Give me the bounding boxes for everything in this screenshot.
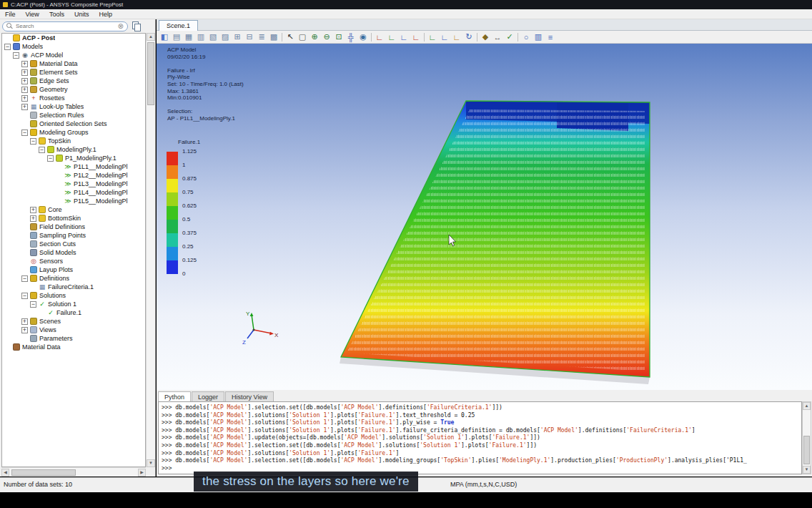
tree-item-p1-modelingply-1[interactable]: −P1_ModelingPly.1: [2, 154, 145, 162]
tree-item-models[interactable]: −Models: [2, 42, 145, 51]
tree-item-core[interactable]: +Core: [2, 205, 145, 214]
collapse-icon[interactable]: −: [4, 44, 11, 50]
expand-icon[interactable]: +: [21, 69, 28, 76]
search-model-icon[interactable]: ○: [520, 31, 532, 43]
expand-icon[interactable]: +: [30, 215, 36, 222]
collapse-icon[interactable]: −: [21, 275, 28, 282]
console-tab-history-view[interactable]: History View: [225, 391, 274, 401]
lock-view-icon[interactable]: ◆: [480, 31, 491, 43]
scroll-left-icon[interactable]: ◀: [1, 469, 9, 477]
measure-icon[interactable]: ↔: [492, 31, 503, 43]
tree-item-failure-1[interactable]: ✓Failure.1: [2, 308, 145, 317]
tree-item-element-sets[interactable]: +Element Sets: [2, 68, 145, 77]
expand-icon[interactable]: +: [21, 95, 28, 102]
tree-horizontal-scrollbar[interactable]: ◀ ▶: [1, 467, 146, 477]
tree-item-edge-sets[interactable]: +Edge Sets: [2, 77, 145, 85]
tree-item-material-data[interactable]: Material Data: [2, 343, 145, 351]
tree-item-acp-model[interactable]: −◉ACP Model: [2, 51, 145, 59]
clear-search-icon[interactable]: ⊗: [118, 23, 124, 30]
menu-help[interactable]: Help: [94, 11, 117, 18]
search-box[interactable]: ⊗: [2, 21, 128, 31]
tree-item-p1l3-modelingpl[interactable]: ≫P1L3__ModelingPl: [2, 180, 145, 188]
tree-item-scenes[interactable]: +Scenes: [2, 317, 145, 326]
view-right-icon[interactable]: ∟: [410, 31, 422, 43]
legend-toggle-icon[interactable]: ▥: [533, 31, 544, 43]
select-arrow-icon[interactable]: ↖: [284, 31, 296, 43]
tree-item-bottomskin[interactable]: +BottomSkin: [2, 214, 145, 223]
expand-icon[interactable]: +: [21, 104, 28, 110]
new-table-icon[interactable]: ▤: [171, 31, 182, 43]
tree-item-oriented-selection-sets[interactable]: Oriented Selection Sets: [2, 119, 145, 128]
view-iso-icon[interactable]: ∟: [451, 31, 462, 43]
table-grid-icon[interactable]: ▦: [183, 31, 194, 43]
scroll-up-icon[interactable]: ▲: [147, 33, 155, 41]
console-tab-logger[interactable]: Logger: [192, 391, 224, 401]
tree-item-failurecriteria-1[interactable]: ▦FailureCriteria.1: [2, 283, 145, 291]
probe-values-icon[interactable]: ✓: [504, 31, 515, 43]
tree-item-views[interactable]: +Views: [2, 326, 145, 334]
collapse-icon[interactable]: −: [13, 52, 19, 59]
scroll-right-icon[interactable]: ▶: [138, 469, 146, 477]
tree-item-selection-rules[interactable]: Selection Rules: [2, 111, 145, 119]
view-left-icon[interactable]: ∟: [398, 31, 410, 43]
fit-view-icon[interactable]: ╬: [345, 31, 357, 43]
tree-item-solution-1[interactable]: −✓Solution 1: [2, 300, 145, 308]
tree-item-p1l1-modelingpl[interactable]: ≫P1L1__ModelingPl: [2, 162, 145, 171]
tree-item-definitions[interactable]: −Definitions: [2, 274, 145, 283]
tree-item-topskin[interactable]: −TopSkin: [2, 137, 145, 145]
view-top-icon[interactable]: ∟: [427, 31, 438, 43]
tree-item-geometry[interactable]: +Geometry: [2, 85, 145, 94]
scrollbar-thumb[interactable]: [147, 42, 154, 105]
expand-icon[interactable]: +: [21, 87, 28, 93]
tree-item-p1l5-modelingpl[interactable]: ≫P1L5__ModelingPl: [2, 197, 145, 205]
expand-icon[interactable]: +: [21, 61, 28, 67]
grid-remove-icon[interactable]: ⊟: [244, 31, 255, 43]
tab-scene-1[interactable]: Scene.1: [159, 20, 198, 31]
tree-item-layup-plots[interactable]: Layup Plots: [2, 265, 145, 274]
collapse-icon[interactable]: −: [30, 301, 36, 308]
console-body[interactable]: >>> db.models['ACP Model'].selection.set…: [158, 401, 802, 474]
tree-item-parameters[interactable]: Parameters: [2, 334, 145, 343]
tree-item-solutions[interactable]: −Solutions: [2, 291, 145, 300]
tree-item-sampling-points[interactable]: Sampling Points: [2, 231, 145, 240]
tree-item-modelingply-1[interactable]: −ModelingPly.1: [2, 145, 145, 154]
menu-view[interactable]: View: [21, 11, 44, 18]
expand-icon[interactable]: +: [21, 327, 28, 333]
tree-item-section-cuts[interactable]: Section Cuts: [2, 240, 145, 248]
tree-item-look-up-tables[interactable]: +▦Look-Up Tables: [2, 102, 145, 111]
tree-item-material-data[interactable]: +Material Data: [2, 59, 145, 68]
pin-panel-icon[interactable]: ◧: [159, 31, 170, 43]
tree-item-p1l4-modelingpl[interactable]: ≫P1L4__ModelingPl: [2, 188, 145, 197]
collapse-icon[interactable]: −: [21, 130, 28, 136]
menu-tools[interactable]: Tools: [44, 11, 69, 18]
view-bottom-icon[interactable]: ∟: [439, 31, 450, 43]
scrollbar-thumb[interactable]: [803, 436, 810, 464]
collapse-icon[interactable]: −: [47, 155, 54, 162]
expand-icon[interactable]: +: [21, 78, 28, 84]
annotation-toggle-icon[interactable]: ≡: [545, 31, 556, 43]
layer-stack-icon[interactable]: ▧: [207, 31, 219, 43]
tree-item-field-definitions[interactable]: Field Definitions: [2, 223, 145, 231]
matrix-icon[interactable]: ▨: [219, 31, 231, 43]
scroll-up-icon[interactable]: ▲: [803, 402, 811, 410]
copy-panel-icon[interactable]: [132, 21, 141, 31]
tree-vertical-scrollbar[interactable]: ▲ ▼: [146, 33, 155, 467]
tree-item-modeling-groups[interactable]: −Modeling Groups: [2, 128, 145, 137]
scroll-down-icon[interactable]: ▼: [803, 466, 811, 474]
console-vertical-scrollbar[interactable]: ▲ ▼: [802, 401, 811, 474]
collapse-icon[interactable]: −: [30, 138, 36, 145]
expand-icon[interactable]: +: [21, 318, 28, 325]
grid-add-icon[interactable]: ⊞: [232, 31, 243, 43]
tree-item-sensors[interactable]: ◎Sensors: [2, 257, 145, 265]
zoom-box-icon[interactable]: ⊡: [333, 31, 345, 43]
collapse-icon[interactable]: −: [39, 147, 45, 153]
zoom-out-icon[interactable]: ⊖: [321, 31, 332, 43]
report-icon[interactable]: ▩: [268, 31, 279, 43]
rotate-view-icon[interactable]: ↻: [463, 31, 475, 43]
search-input[interactable]: [16, 23, 115, 29]
tree-item-rosettes[interactable]: ++Rosettes: [2, 94, 145, 102]
menu-units[interactable]: Units: [69, 11, 94, 18]
view-back-icon[interactable]: ∟: [386, 31, 397, 43]
console-tab-python[interactable]: Python: [158, 391, 191, 401]
collapse-icon[interactable]: −: [21, 293, 28, 299]
